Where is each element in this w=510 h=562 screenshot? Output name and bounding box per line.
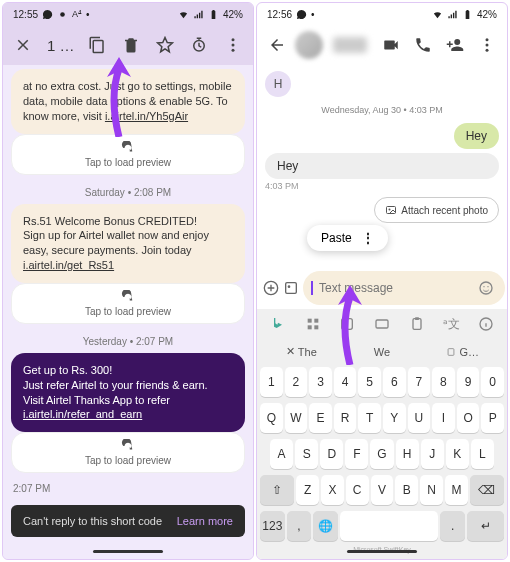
letter-key[interactable]: I	[432, 403, 455, 433]
contact-name[interactable]	[333, 37, 367, 53]
letter-key[interactable]: U	[408, 403, 431, 433]
letter-key[interactable]: Q	[260, 403, 283, 433]
letter-key[interactable]: A	[270, 439, 293, 469]
suggestion[interactable]: G…	[422, 341, 503, 362]
date-separator: Wednesday, Aug 30 • 4:03 PM	[265, 99, 499, 121]
number-key[interactable]: 7	[408, 367, 431, 397]
number-key[interactable]: 4	[334, 367, 357, 397]
letter-key[interactable]: T	[358, 403, 381, 433]
comma-key[interactable]: ,	[287, 511, 312, 541]
letter-key[interactable]: R	[334, 403, 357, 433]
period-key[interactable]: .	[440, 511, 465, 541]
letter-key[interactable]: F	[345, 439, 368, 469]
number-key[interactable]: 6	[383, 367, 406, 397]
sms-card[interactable]: at no extra cost. Just go to settings, m…	[11, 69, 245, 134]
svg-point-15	[487, 286, 488, 287]
letter-key[interactable]: J	[421, 439, 444, 469]
delete-icon[interactable]	[117, 31, 145, 59]
gallery-icon[interactable]	[283, 277, 299, 299]
letter-key[interactable]: C	[346, 475, 369, 505]
battery-icon	[208, 9, 219, 20]
letter-key[interactable]: H	[396, 439, 419, 469]
enter-key[interactable]: ↵	[467, 511, 504, 541]
message-textfield[interactable]	[319, 281, 469, 295]
suggestion[interactable]: ✕The	[261, 341, 342, 362]
letter-key[interactable]: Y	[383, 403, 406, 433]
star-icon[interactable]	[151, 31, 179, 59]
load-preview-button[interactable]: Tap to load preview	[11, 134, 245, 175]
lang-key[interactable]: 🌐	[313, 511, 338, 541]
message-input[interactable]	[303, 271, 505, 305]
clock-icon[interactable]	[185, 31, 213, 59]
number-key[interactable]: 1	[260, 367, 283, 397]
letter-key[interactable]: M	[445, 475, 468, 505]
copy-icon[interactable]	[83, 31, 111, 59]
suggestion[interactable]: We	[342, 341, 423, 362]
letter-key[interactable]: E	[309, 403, 332, 433]
learn-more-button[interactable]: Learn more	[177, 515, 233, 527]
letter-key[interactable]: K	[446, 439, 469, 469]
incoming-bubble[interactable]: Hey	[265, 153, 499, 179]
video-call-icon[interactable]	[377, 31, 405, 59]
letter-key[interactable]: W	[285, 403, 308, 433]
home-indicator[interactable]	[347, 550, 417, 553]
letter-key[interactable]: S	[295, 439, 318, 469]
suggestion-bar: ✕The We G…	[257, 339, 507, 364]
signal-icon	[193, 9, 204, 20]
more-icon[interactable]	[219, 31, 247, 59]
letter-key[interactable]: D	[320, 439, 343, 469]
symbols-key[interactable]: 123	[260, 511, 285, 541]
translate-icon[interactable]: ᵃ文	[440, 313, 462, 335]
contact-avatar[interactable]	[295, 31, 323, 59]
backspace-key[interactable]: ⌫	[470, 475, 504, 505]
load-preview-button[interactable]: Tap to load preview	[11, 283, 245, 324]
paste-button[interactable]: Paste	[321, 231, 352, 245]
number-key[interactable]: 2	[285, 367, 308, 397]
letter-key[interactable]: L	[471, 439, 494, 469]
sticker-icon[interactable]	[336, 313, 358, 335]
close-icon[interactable]	[9, 31, 37, 59]
keyboard-menu-icon[interactable]	[302, 313, 324, 335]
sms-card-selected[interactable]: Get up to Rs. 300! Just refer Airtel to …	[11, 353, 245, 432]
contact-chip[interactable]: H	[265, 71, 291, 97]
plus-icon[interactable]	[263, 277, 279, 299]
letter-key[interactable]: V	[371, 475, 394, 505]
load-preview-button[interactable]: Tap to load preview	[11, 432, 245, 473]
sms-link[interactable]: i.airtel.in/Yh5gAir	[105, 110, 188, 122]
more-icon[interactable]	[473, 31, 501, 59]
letter-key[interactable]: N	[420, 475, 443, 505]
letter-key[interactable]: G	[370, 439, 393, 469]
number-key[interactable]: 8	[432, 367, 455, 397]
add-person-icon[interactable]	[441, 31, 469, 59]
back-icon[interactable]	[263, 31, 291, 59]
menu-more-icon[interactable]: ⋮	[362, 231, 374, 245]
shift-key[interactable]: ⇧	[260, 475, 294, 505]
info-icon[interactable]	[475, 313, 497, 335]
sms-link[interactable]: i.airtel.in/refer_and_earn	[23, 408, 142, 420]
context-menu: Paste ⋮	[307, 225, 388, 251]
number-key[interactable]: 5	[358, 367, 381, 397]
letter-key[interactable]: O	[457, 403, 480, 433]
number-key[interactable]: 9	[457, 367, 480, 397]
bubble-timestamp: 4:03 PM	[265, 181, 499, 191]
svg-rect-20	[314, 325, 318, 329]
sms-card[interactable]: Rs.51 Welcome Bonus CREDITED! Sign up fo…	[11, 204, 245, 283]
emoji-icon[interactable]	[475, 277, 497, 299]
bing-icon[interactable]	[267, 313, 289, 335]
svg-rect-21	[342, 319, 353, 330]
outgoing-bubble[interactable]: Hey	[454, 123, 499, 149]
space-key[interactable]	[340, 511, 439, 541]
number-key[interactable]: 0	[481, 367, 504, 397]
sms-link[interactable]: i.airtel.in/get_Rs51	[23, 259, 114, 271]
clipboard-icon[interactable]	[406, 313, 428, 335]
attach-photo-button[interactable]: Attach recent photo	[374, 197, 499, 223]
gif-icon[interactable]	[371, 313, 393, 335]
home-indicator[interactable]	[93, 550, 163, 553]
phone-call-icon[interactable]	[409, 31, 437, 59]
number-key[interactable]: 3	[309, 367, 332, 397]
whatsapp-icon	[296, 9, 307, 20]
letter-key[interactable]: Z	[296, 475, 319, 505]
letter-key[interactable]: B	[395, 475, 418, 505]
letter-key[interactable]: P	[481, 403, 504, 433]
letter-key[interactable]: X	[321, 475, 344, 505]
